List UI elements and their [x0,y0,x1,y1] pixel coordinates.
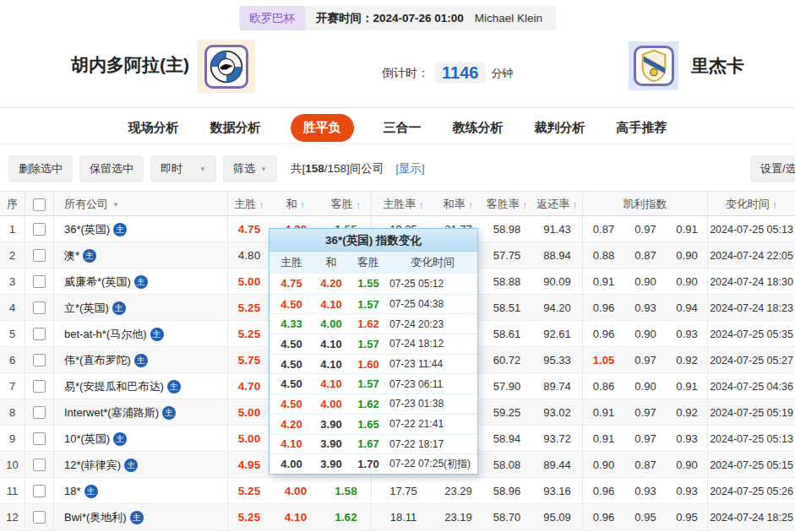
odds-change-popup: 36*(英国) 指数变化 主胜 和 客胜 变化时间 4.754.201.5507… [269,228,478,475]
tab-coach[interactable]: 教练分析 [451,114,505,142]
return-rate: 92.61 [532,321,583,347]
tab-live[interactable]: 现场分析 [127,114,181,142]
checkbox-cell [25,452,54,478]
table-header: 序 所有公司▼ 主胜↑ 和↑ 客胜↑ 主胜率↑ 和率↑ 客胜率↑ 返还率↑ 凯利… [0,191,795,216]
change-time: 2024-07-25 05:26 [708,478,795,504]
row-checkbox[interactable] [33,511,46,524]
live-dropdown[interactable]: 即时 ▼ [150,155,216,182]
odds-home[interactable]: 4.95 [228,452,270,478]
popup-draw-odds: 4.10 [313,338,349,350]
odds-home[interactable]: 4.75 [228,216,270,242]
league-badge[interactable]: 欧罗巴杯 [239,6,305,30]
odds-home[interactable]: 4.80 [228,242,270,269]
away-rate: 57.75 [482,242,532,269]
row-checkbox[interactable] [33,275,46,288]
col-home-odds[interactable]: 主胜↑ [228,192,270,217]
change-time: 2024-07-25 04:36 [708,373,795,399]
sort-up-icon: ↑ [522,198,528,211]
checkbox-cell [25,478,54,504]
filter-dropdown[interactable]: 筛选 ▼ [223,155,277,182]
home-badge-icon: 主 [113,223,127,236]
checkbox-cell [25,373,54,399]
odds-away[interactable]: 1.62 [321,504,372,530]
row-checkbox[interactable] [33,432,46,445]
row-checkbox[interactable] [33,459,46,471]
company-cell[interactable]: Interwet*(塞浦路斯)主 [54,399,228,426]
col-draw-odds[interactable]: 和↑ [270,192,321,217]
odds-home[interactable]: 5.00 [228,399,270,426]
col-home-rate[interactable]: 主胜率↑ [372,192,435,217]
checkbox-cell [25,426,54,452]
col-away-rate[interactable]: 客胜率↑ [482,192,532,217]
odds-home[interactable]: 5.00 [228,269,270,295]
checkbox-cell [25,269,54,295]
tab-expert[interactable]: 高手推荐 [615,114,669,142]
popup-row: 4.504.001.6207-23 01:38 [270,394,477,414]
home-badge-icon: 主 [124,459,138,472]
odds-home[interactable]: 5.25 [228,321,270,347]
popup-change-time: 07-22 21:41 [388,418,477,430]
settings-button[interactable]: 设置/选择 [750,155,795,182]
draw-rate: 23.19 [435,504,482,530]
tab-3in1[interactable]: 三合一 [382,114,423,142]
company-name: bet-at-h*(马尔他) [64,327,147,342]
odds-home[interactable]: 5.00 [228,426,270,452]
change-time: 2024-07-24 22:05 [708,242,795,269]
company-cell[interactable]: bet-at-h*(马尔他)主 [54,321,228,347]
company-cell[interactable]: Bwi*(奥地利)主 [54,504,228,530]
row-checkbox[interactable] [33,328,46,340]
odds-home[interactable]: 5.25 [228,478,270,504]
company-cell[interactable]: 36*(英国)主 [54,216,228,242]
popup-row: 4.103.901.6707-22 18:17 [270,434,477,454]
table-row: 1118*主5.254.001.5817.7523.2958.9693.160.… [0,478,795,504]
company-cell[interactable]: 10*(英国)主 [54,426,228,452]
company-cell[interactable]: 伟*(直布罗陀)主 [54,347,228,373]
popup-away-odds: 1.62 [349,318,388,330]
row-checkbox[interactable] [33,406,46,419]
change-time: 2024-07-25 05:13 [708,426,795,452]
kelly-3: 0.95 [667,504,708,530]
delete-selected-button[interactable]: 删除选中 [8,155,73,182]
home-logo-box [204,45,248,89]
col-return-rate[interactable]: 返还率↑ [532,192,583,217]
sort-up-icon: ↑ [572,198,578,211]
tab-data[interactable]: 数据分析 [209,114,263,142]
odds-away[interactable]: 1.58 [321,478,372,504]
col-company[interactable]: 所有公司▼ [54,192,228,217]
home-crest-icon [209,49,244,84]
company-cell[interactable]: 易*(安提瓜和巴布达)主 [54,373,228,399]
row-checkbox[interactable] [33,301,46,314]
show-link[interactable]: [显示] [395,161,425,176]
col-change-time[interactable]: 变化时间↑ [708,192,795,217]
col-draw-rate[interactable]: 和率↑ [435,192,482,217]
select-all-checkbox[interactable] [33,198,46,211]
row-checkbox[interactable] [33,354,46,366]
odds-home[interactable]: 5.25 [228,504,270,530]
company-cell[interactable]: 威廉希*(英国)主 [54,269,228,295]
odds-draw[interactable]: 4.10 [270,504,321,530]
row-index: 7 [0,373,25,399]
odds-home[interactable]: 5.75 [228,347,270,373]
popup-draw-odds: 3.90 [313,458,349,470]
row-checkbox[interactable] [33,485,46,497]
odds-home[interactable]: 4.70 [228,373,270,399]
row-checkbox[interactable] [33,380,46,393]
row-checkbox[interactable] [33,249,46,262]
odds-home[interactable]: 5.25 [228,295,270,321]
keep-selected-button[interactable]: 保留选中 [79,155,144,182]
row-checkbox[interactable] [33,223,46,236]
away-crest-icon [639,49,669,83]
company-cell[interactable]: 澳*主 [54,242,228,269]
company-cell[interactable]: 立*(英国)主 [54,295,228,321]
away-rate: 58.98 [482,216,532,242]
company-name: 威廉希*(英国) [64,274,131,290]
popup-draw-odds: 4.10 [313,377,349,390]
col-away-odds[interactable]: 客胜↑ [321,192,372,217]
company-cell[interactable]: 18*主 [54,478,228,504]
company-cell[interactable]: 12*(菲律宾)主 [54,452,228,478]
tab-referee[interactable]: 裁判分析 [533,114,587,142]
odds-draw[interactable]: 4.00 [270,478,321,504]
kelly-2: 0.97 [624,399,667,426]
tab-1x2[interactable]: 胜平负 [291,114,354,142]
away-rate: 57.90 [482,373,532,399]
